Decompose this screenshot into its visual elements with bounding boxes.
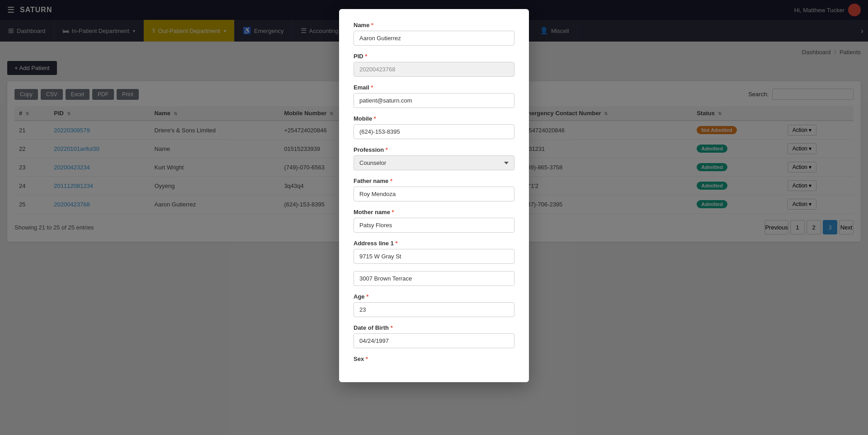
pid-input bbox=[354, 62, 514, 77]
modal-overlay: Name * PID * Email * Mobile * Profession bbox=[0, 0, 868, 435]
age-input[interactable] bbox=[354, 302, 514, 317]
mobile-label: Mobile * bbox=[354, 115, 514, 122]
email-label: Email * bbox=[354, 84, 514, 91]
sex-label: Sex * bbox=[354, 355, 514, 362]
address1-input[interactable] bbox=[354, 249, 514, 264]
mother-name-field-group: Mother name * bbox=[354, 209, 514, 233]
pid-label: PID * bbox=[354, 53, 514, 60]
father-name-input[interactable] bbox=[354, 187, 514, 201]
address2-field-group bbox=[354, 271, 514, 286]
email-field-group: Email * bbox=[354, 84, 514, 108]
profession-field-group: Profession * CounselorDoctorEngineerTeac… bbox=[354, 146, 514, 170]
address2-input[interactable] bbox=[354, 271, 514, 286]
mother-name-label: Mother name * bbox=[354, 209, 514, 215]
dob-field-group: Date of Birth * bbox=[354, 324, 514, 348]
name-field-group: Name * bbox=[354, 22, 514, 46]
mobile-input[interactable] bbox=[354, 124, 514, 139]
profession-select[interactable]: CounselorDoctorEngineerTeacherOther bbox=[354, 155, 514, 170]
age-label: Age * bbox=[354, 293, 514, 300]
profession-label: Profession * bbox=[354, 146, 514, 153]
dob-input[interactable] bbox=[354, 333, 514, 348]
edit-patient-modal: Name * PID * Email * Mobile * Profession bbox=[339, 9, 529, 382]
dob-label: Date of Birth * bbox=[354, 324, 514, 331]
father-name-label: Father name * bbox=[354, 178, 514, 184]
name-input[interactable] bbox=[354, 31, 514, 46]
father-name-field-group: Father name * bbox=[354, 178, 514, 201]
age-field-group: Age * bbox=[354, 293, 514, 317]
email-input[interactable] bbox=[354, 93, 514, 108]
address1-field-group: Address line 1 * bbox=[354, 240, 514, 264]
address1-label: Address line 1 * bbox=[354, 240, 514, 247]
sex-field-group: Sex * bbox=[354, 355, 514, 362]
name-label: Name * bbox=[354, 22, 514, 28]
mother-name-input[interactable] bbox=[354, 218, 514, 233]
pid-field-group: PID * bbox=[354, 53, 514, 77]
mobile-field-group: Mobile * bbox=[354, 115, 514, 139]
